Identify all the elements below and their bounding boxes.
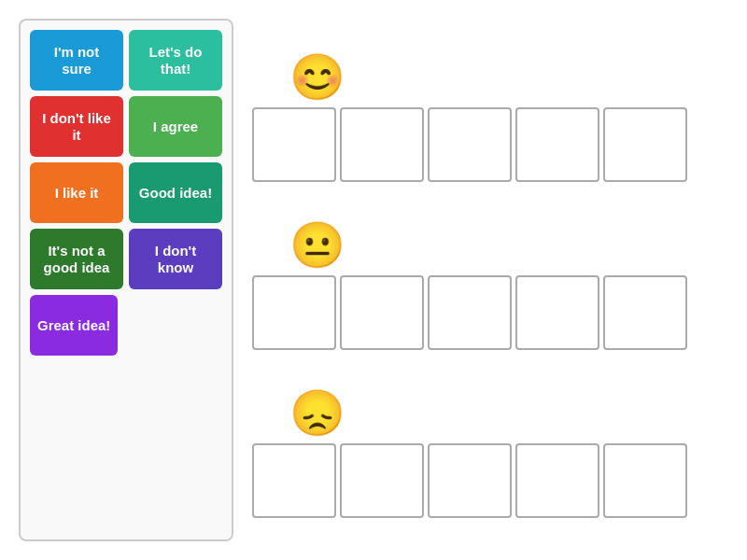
sort-section-sad: 😞 — [252, 378, 728, 518]
drop-zone-happy-1[interactable] — [252, 107, 336, 182]
sort-panel: 😊😐😞 — [252, 19, 728, 541]
drop-zone-happy-5[interactable] — [603, 107, 687, 182]
drop-zone-neutral-5[interactable] — [603, 275, 687, 350]
emoji-sad: 😞 — [280, 378, 355, 440]
word-tile-great-idea[interactable]: Great idea! — [30, 295, 118, 356]
word-tile-i-dont-know[interactable]: I don't know — [129, 229, 222, 289]
word-tile-its-not-a-good-idea[interactable]: It's not a good idea — [30, 229, 123, 289]
word-tile-i-dont-like-it[interactable]: I don't like it — [30, 96, 123, 157]
sort-section-neutral: 😐 — [252, 210, 728, 350]
word-tile-lets-do-that[interactable]: Let's do that! — [129, 30, 222, 91]
word-panel: I'm not sureLet's do that!I don't like i… — [19, 19, 233, 541]
drop-zone-happy-3[interactable] — [428, 107, 512, 182]
word-tile-good-idea[interactable]: Good idea! — [129, 162, 222, 223]
drop-zone-sad-5[interactable] — [603, 443, 687, 518]
drop-zone-neutral-2[interactable] — [340, 275, 424, 350]
drop-zone-happy-2[interactable] — [340, 107, 424, 182]
drop-zone-sad-4[interactable] — [515, 443, 599, 518]
drop-zone-neutral-4[interactable] — [515, 275, 599, 350]
word-tile-i-agree[interactable]: I agree — [129, 96, 222, 157]
main-container: I'm not sureLet's do that!I don't like i… — [0, 0, 747, 560]
drop-zone-neutral-1[interactable] — [252, 275, 336, 350]
drop-zone-sad-2[interactable] — [340, 443, 424, 518]
drop-zone-neutral-3[interactable] — [428, 275, 512, 350]
drop-zones-neutral — [252, 275, 728, 350]
sort-section-happy: 😊 — [252, 42, 728, 182]
drop-zones-sad — [252, 443, 728, 518]
drop-zone-happy-4[interactable] — [515, 107, 599, 182]
word-tile-im-not-sure[interactable]: I'm not sure — [30, 30, 123, 91]
drop-zone-sad-1[interactable] — [252, 443, 336, 518]
emoji-happy: 😊 — [280, 42, 355, 104]
drop-zone-sad-3[interactable] — [428, 443, 512, 518]
emoji-neutral: 😐 — [280, 210, 355, 272]
drop-zones-happy — [252, 107, 728, 182]
word-tile-i-like-it[interactable]: I like it — [30, 162, 123, 223]
